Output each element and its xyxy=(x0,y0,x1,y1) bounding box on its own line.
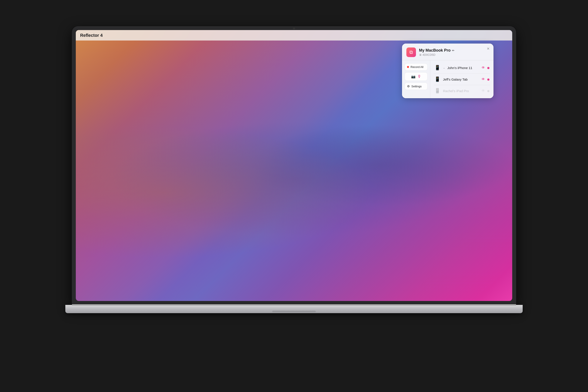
panel-sidebar: Record All 📷 🎙 ⚙ Settings xyxy=(402,60,430,98)
app-title: Reflector 4 xyxy=(80,33,102,38)
panel-logo: ⧉ xyxy=(406,48,416,57)
panel: ⧉ My MacBook Pro ✏ 🖥 4D0CD5D xyxy=(402,44,494,98)
record-icon[interactable]: ⏺ xyxy=(487,66,490,70)
device-item[interactable]: 📱 Jeff's Galaxy Tab 👁 ⏺ xyxy=(430,74,494,85)
device-list: 📱 ⌄ John's iPhone 11 👁 ⏺ xyxy=(430,60,494,98)
ipad-icon: 📱 xyxy=(434,88,440,94)
settings-label: Settings xyxy=(412,85,422,88)
laptop-outer: Reflector 4 ⧉ My MacBook Pro ✏ xyxy=(54,26,534,366)
eye-icon-inactive[interactable]: 👁 xyxy=(482,89,485,93)
device-actions: 👁 ⏺ xyxy=(482,89,490,93)
device-name-text: My MacBook Pro xyxy=(419,48,450,53)
menu-bar: Reflector 4 xyxy=(76,30,512,40)
device-item-inactive[interactable]: 📱 Rachel's iPad Pro 👁 ⏺ xyxy=(430,85,494,96)
tablet-icon: 📱 xyxy=(434,76,440,82)
chevron-down-icon: ⌄ xyxy=(443,66,445,69)
panel-header: ⧉ My MacBook Pro ✏ 🖥 4D0CD5D xyxy=(402,44,494,60)
camera-mic-button[interactable]: 📷 🎙 xyxy=(405,72,428,81)
panel-body: Record All 📷 🎙 ⚙ Settings xyxy=(402,60,494,98)
device-actions: 👁 ⏺ xyxy=(482,66,490,70)
record-all-button[interactable]: Record All xyxy=(405,63,428,70)
panel-title-group: My MacBook Pro ✏ 🖥 4D0CD5D xyxy=(419,48,489,56)
device-icon-wrap: 📱 xyxy=(434,64,441,71)
record-dot-icon xyxy=(407,66,409,68)
laptop-lid: Reflector 4 ⧉ My MacBook Pro ✏ xyxy=(72,26,516,305)
mic-icon: 🎙 xyxy=(417,74,421,79)
laptop-base xyxy=(65,305,523,313)
device-item[interactable]: 📱 ⌄ John's iPhone 11 👁 ⏺ xyxy=(430,62,494,74)
close-button[interactable]: ✕ xyxy=(486,46,490,51)
macos-screen: Reflector 4 ⧉ My MacBook Pro ✏ xyxy=(76,30,512,301)
edit-icon[interactable]: ✏ xyxy=(452,49,454,52)
record-icon-inactive[interactable]: ⏺ xyxy=(487,89,490,93)
panel-device-name: My MacBook Pro ✏ xyxy=(419,48,489,53)
eye-icon[interactable]: 👁 xyxy=(482,77,485,81)
device-icon-wrap: 📱 xyxy=(434,87,441,94)
iphone-icon: 📱 xyxy=(434,65,440,70)
laptop-hinge xyxy=(72,304,516,306)
eye-icon[interactable]: 👁 xyxy=(482,66,485,70)
device-name: Rachel's iPad Pro xyxy=(443,89,479,93)
settings-button[interactable]: ⚙ Settings xyxy=(405,82,428,90)
screen-bezel: Reflector 4 ⧉ My MacBook Pro ✏ xyxy=(76,30,512,301)
camera-icon: 📷 xyxy=(411,74,416,78)
settings-gear-icon: ⚙ xyxy=(407,84,410,88)
laptop-trackpad-nub xyxy=(272,311,316,312)
device-actions: 👁 ⏺ xyxy=(482,77,490,81)
record-icon[interactable]: ⏺ xyxy=(487,78,490,81)
reflector-logo-icon: ⧉ xyxy=(410,50,413,55)
panel-device-id: 🖥 4D0CD5D xyxy=(419,53,489,56)
device-id-value: 4D0CD5D xyxy=(422,53,435,56)
display-icon: 🖥 xyxy=(419,53,422,56)
device-icon-wrap: 📱 xyxy=(434,76,441,83)
record-all-label: Record All xyxy=(410,65,423,68)
device-name: Jeff's Galaxy Tab xyxy=(443,78,479,81)
device-name: John's iPhone 11 xyxy=(447,66,479,70)
